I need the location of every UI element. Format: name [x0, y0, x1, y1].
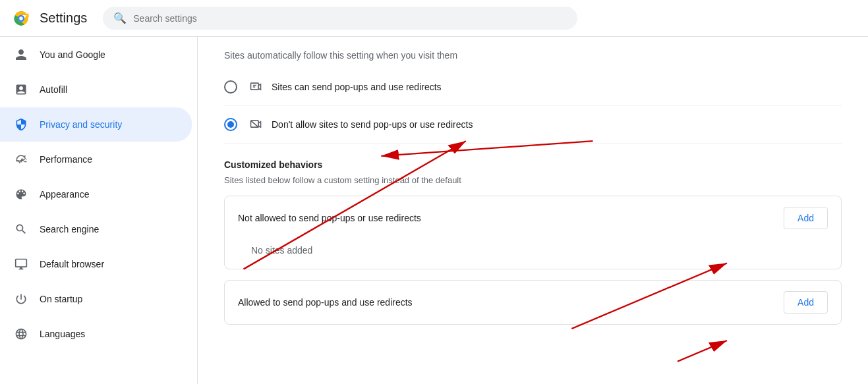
not-allowed-section: Not allowed to send pop-ups or use redir… [224, 196, 842, 269]
sidebar-icon-default-browser [13, 256, 29, 272]
search-bar[interactable]: 🔍 [103, 7, 577, 30]
sidebar-label-default-browser: Default browser [40, 259, 104, 269]
customized-behaviors-desc: Sites listed below follow a custom setti… [224, 175, 842, 196]
search-icon: 🔍 [113, 12, 127, 24]
option-allow-label: Sites can send pop-ups and use redirects [272, 82, 442, 92]
option-block-popups[interactable]: Don't allow sites to send pop-ups or use… [224, 106, 842, 144]
sidebar-item-autofill[interactable]: Autofill [0, 72, 192, 107]
radio-block-popups[interactable] [224, 118, 237, 131]
radio-allow-popups[interactable] [224, 80, 237, 94]
sidebar-item-on-startup[interactable]: On startup [0, 282, 192, 316]
allowed-add-button[interactable]: Add [784, 291, 828, 314]
sidebar-item-appearance[interactable]: Appearance [0, 177, 192, 211]
no-sites-text: No sites added [225, 240, 841, 269]
sidebar-icon-privacy-and-security [13, 117, 29, 132]
svg-line-5 [251, 121, 259, 127]
sidebar-item-privacy-and-security[interactable]: Privacy and security [0, 107, 192, 142]
sidebar-item-languages[interactable]: Languages [0, 317, 192, 351]
content-area: Sites automatically follow this setting … [198, 37, 868, 384]
not-allowed-label: Not allowed to send pop-ups or use redir… [238, 213, 421, 223]
sidebar-icon-search-engine [13, 221, 29, 237]
sidebar-label-appearance: Appearance [40, 189, 90, 200]
header: Settings 🔍 [0, 0, 868, 37]
svg-point-2 [19, 16, 22, 20]
page-title: Settings [40, 11, 87, 26]
sidebar-label-you-and-google: You and Google [40, 49, 105, 60]
customized-behaviors-title: Customized behaviors [224, 144, 842, 175]
popup-allow-icon [248, 79, 264, 95]
sidebar: You and GoogleAutofillPrivacy and securi… [0, 37, 198, 384]
sidebar-item-default-browser[interactable]: Default browser [0, 247, 192, 281]
allowed-section: Allowed to send pop-ups and use redirect… [224, 280, 842, 325]
sidebar-icon-languages [13, 326, 29, 342]
sidebar-icon-autofill [13, 82, 29, 97]
sidebar-label-privacy-and-security: Privacy and security [40, 119, 122, 130]
allowed-label: Allowed to send pop-ups and use redirect… [238, 297, 413, 308]
sidebar-label-performance: Performance [40, 154, 92, 165]
svg-line-10 [678, 341, 727, 362]
sidebar-label-on-startup: On startup [40, 294, 82, 304]
sidebar-label-languages: Languages [40, 329, 85, 339]
sidebar-icon-performance [13, 151, 29, 167]
sidebar-item-search-engine[interactable]: Search engine [0, 212, 192, 246]
sidebar-icon-appearance [13, 186, 29, 202]
search-input[interactable] [133, 13, 567, 24]
allowed-header: Allowed to send pop-ups and use redirect… [225, 281, 841, 324]
option-allow-popups[interactable]: Sites can send pop-ups and use redirects [224, 69, 842, 106]
option-block-label: Don't allow sites to send pop-ups or use… [272, 119, 473, 130]
sidebar-item-you-and-google[interactable]: You and Google [0, 38, 192, 72]
popup-block-icon [248, 117, 264, 132]
sidebar-label-autofill: Autofill [40, 84, 67, 95]
chrome-logo [11, 8, 32, 29]
not-allowed-add-button[interactable]: Add [784, 207, 828, 229]
not-allowed-header: Not allowed to send pop-ups or use redir… [225, 196, 841, 240]
sidebar-icon-on-startup [13, 291, 29, 307]
main-layout: You and GoogleAutofillPrivacy and securi… [0, 37, 868, 384]
sidebar-item-performance[interactable]: Performance [0, 142, 192, 177]
section-subtitle: Sites automatically follow this setting … [224, 37, 842, 69]
sidebar-icon-you-and-google [13, 47, 29, 63]
sidebar-label-search-engine: Search engine [40, 224, 99, 234]
